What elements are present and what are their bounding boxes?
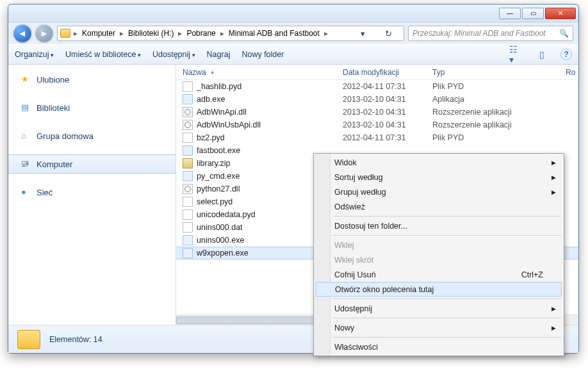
file-type: Plik PYD [432, 82, 578, 91]
include-in-library-button[interactable]: Umieść w bibliotece [65, 50, 141, 59]
file-name: _hashlib.pyd [197, 82, 241, 91]
file-type: Rozszerzenie aplikacji [432, 120, 578, 129]
submenu-arrow-icon: ▶ [551, 174, 556, 181]
file-row[interactable]: AdbWinUsbApi.dll2013-02-10 04:31Rozszerz… [176, 119, 578, 131]
burn-button[interactable]: Nagraj [207, 50, 231, 59]
column-size[interactable]: Ro [566, 68, 578, 77]
close-button[interactable]: ✕ [545, 8, 576, 19]
ctx-label: Odśwież [334, 202, 365, 211]
ctx-share[interactable]: Udostępnij▶ [315, 301, 562, 316]
new-folder-button[interactable]: Nowy folder [241, 50, 284, 59]
file-name: adb.exe [197, 95, 225, 104]
breadcrumb-item[interactable]: Minimal ADB and Fastboot [225, 26, 323, 40]
nav-label: Ulubione [37, 75, 69, 85]
file-date: 2013-02-10 04:31 [343, 120, 432, 129]
separator [333, 337, 561, 338]
nav-libraries[interactable]: ▤ Biblioteki [8, 98, 176, 117]
breadcrumb-item[interactable]: Pobrane [183, 26, 219, 40]
file-icon [183, 81, 193, 92]
nav-label: Grupa domowa [37, 131, 94, 141]
column-date[interactable]: Data modyfikacji [343, 68, 432, 77]
sort-asc-icon: ▲ [210, 69, 215, 75]
file-icon [183, 235, 193, 245]
nav-favorites[interactable]: ★ Ulubione [8, 70, 176, 89]
file-date: 2012-04-11 07:31 [343, 133, 432, 142]
file-row[interactable]: adb.exe2013-02-10 04:31Aplikacja [176, 93, 578, 106]
column-type[interactable]: Typ [432, 68, 566, 77]
separator [333, 216, 561, 217]
navigation-pane[interactable]: ★ Ulubione ▤ Biblioteki ⌂ Grupa domowa 🖳… [8, 65, 176, 325]
file-row[interactable]: _hashlib.pyd2012-04-11 07:31Plik PYD [176, 80, 578, 93]
ctx-open-command-window[interactable]: Otwórz okno polecenia tutaj [316, 282, 562, 297]
file-icon [183, 197, 193, 207]
file-date: 2012-04-11 07:31 [343, 82, 432, 91]
context-menu[interactable]: Widok▶ Sortuj według▶ Grupuj według▶ Odś… [313, 153, 564, 356]
nav-forward-button[interactable]: ► [35, 24, 53, 42]
help-button[interactable]: ? [560, 49, 572, 60]
ctx-customize-folder[interactable]: Dostosuj ten folder... [315, 218, 562, 233]
titlebar[interactable]: — ▭ ✕ [8, 4, 578, 22]
computer-icon: 🖳 [21, 159, 31, 169]
file-row[interactable]: AdbWinApi.dll2013-02-10 04:31Rozszerzeni… [176, 106, 578, 119]
preview-pane-button[interactable]: ▯ [535, 49, 549, 60]
chevron-icon[interactable]: ▸ [177, 26, 183, 40]
chevron-icon[interactable]: ▸ [73, 26, 78, 40]
column-headers[interactable]: Nazwa ▲ Data modyfikacji Typ Ro [176, 65, 578, 80]
submenu-arrow-icon: ▶ [551, 189, 556, 195]
file-icon [183, 209, 193, 220]
chevron-icon[interactable]: ▸ [119, 26, 124, 40]
organize-button[interactable]: Organizuj [15, 50, 54, 59]
refresh-icon[interactable]: ↻ [375, 29, 401, 38]
search-icon[interactable]: 🔍 [559, 29, 569, 38]
nav-label: Biblioteki [37, 103, 70, 113]
share-button[interactable]: Udostępnij [152, 50, 195, 59]
file-name: select.pyd [197, 197, 233, 206]
maximize-button[interactable]: ▭ [522, 8, 544, 19]
dropdown-icon[interactable]: ▾ [350, 29, 375, 38]
file-icon [183, 133, 193, 143]
search-input[interactable]: Przeszukaj: Minimal ADB and Fastboot 🔍 [408, 26, 573, 41]
file-type: Rozszerzenie aplikacji [432, 108, 578, 117]
breadcrumb[interactable]: ▸ Komputer ▸ Biblioteki (H:) ▸ Pobrane ▸… [57, 26, 404, 41]
column-label: Nazwa [183, 68, 206, 77]
file-icon [183, 120, 193, 130]
breadcrumb-item[interactable]: Biblioteki (H:) [124, 26, 177, 40]
nav-network[interactable]: ● Sieć [8, 183, 176, 202]
minimize-button[interactable]: — [499, 8, 521, 19]
nav-label: Sieć [37, 188, 53, 197]
file-name: bz2.pyd [197, 133, 225, 142]
ctx-view[interactable]: Widok▶ [315, 155, 562, 170]
ctx-sort-by[interactable]: Sortuj według▶ [315, 170, 562, 184]
chevron-icon[interactable]: ▸ [220, 26, 225, 40]
view-options-button[interactable]: ☷ ▾ [509, 49, 523, 60]
file-row[interactable]: bz2.pyd2012-04-11 07:31Plik PYD [176, 131, 578, 144]
file-name: library.zip [197, 159, 231, 168]
column-name[interactable]: Nazwa ▲ [183, 68, 343, 77]
address-bar: ◄ ► ▸ Komputer ▸ Biblioteki (H:) ▸ Pobra… [8, 22, 578, 44]
file-icon [183, 107, 193, 117]
ctx-properties[interactable]: Właściwości [315, 340, 562, 354]
nav-computer[interactable]: 🖳 Komputer [8, 154, 176, 174]
folder-icon [17, 330, 40, 349]
file-name: unins000.dat [197, 223, 243, 232]
ctx-label: Grupuj według [334, 188, 386, 197]
breadcrumb-item[interactable]: Komputer [78, 26, 119, 40]
ctx-label: Udostępnij [334, 304, 372, 313]
nav-back-button[interactable]: ◄ [13, 24, 31, 42]
chevron-icon[interactable]: ▸ [323, 26, 329, 40]
ctx-label: Wklej skrót [334, 256, 373, 265]
submenu-arrow-icon: ▶ [551, 160, 556, 166]
file-type: Aplikacja [432, 95, 578, 104]
separator [333, 235, 561, 236]
ctx-undo-delete[interactable]: Cofnij UsuńCtrl+Z [315, 267, 562, 282]
ctx-refresh[interactable]: Odśwież [315, 199, 562, 214]
folder-icon [60, 29, 70, 38]
separator [333, 318, 561, 318]
file-name: w9xpopen.exe [197, 249, 249, 258]
ctx-new[interactable]: Nowy▶ [315, 320, 562, 335]
item-count-label: Elementów: 14 [49, 335, 102, 344]
library-icon: ▤ [21, 102, 31, 113]
ctx-group-by[interactable]: Grupuj według▶ [315, 184, 562, 199]
nav-homegroup[interactable]: ⌂ Grupa domowa [8, 126, 176, 145]
ctx-paste: Wklej [315, 238, 562, 252]
